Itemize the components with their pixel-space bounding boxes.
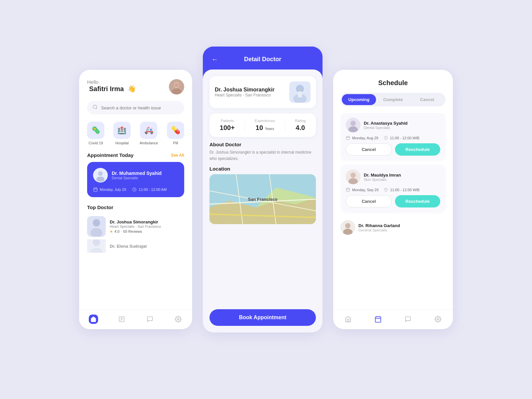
sched-doctor-name: Dr. Anastasya Syahid (364, 121, 408, 126)
detail-header: ← Detail Doctor (203, 47, 323, 69)
doctor-name: Dr. Joshua Simorangkir (110, 219, 161, 224)
appointment-card[interactable]: Dr. Muhammed Syahid Dental Specialis Mon… (87, 162, 184, 197)
svg-point-8 (96, 177, 104, 182)
schedule-tabs: Upcoming Complete Cancel (340, 93, 446, 106)
extra-doctor-name: Dr. Rihanna Garland (358, 223, 400, 228)
search-bar[interactable] (87, 101, 184, 114)
svg-point-39 (350, 121, 356, 126)
cancel-button[interactable]: Cancel (346, 195, 392, 207)
book-appointment-wrap: Book Appointment (203, 304, 323, 332)
doctor-photo (289, 81, 311, 103)
about-title: About Doctor (209, 142, 316, 147)
svg-point-61 (437, 319, 439, 320)
doctor-profile-spec: Heart Specialis - San Fransisco (215, 93, 275, 97)
sched-time: 11:00 - 12:00 WIB (384, 136, 420, 140)
nav-list-icon[interactable] (117, 315, 126, 324)
detail-body: Dr. Joshua Simorangkir Heart Specialis -… (203, 69, 323, 332)
category-hospital[interactable]: 🏥 Hospital (113, 122, 131, 145)
cancel-button[interactable]: Cancel (346, 143, 392, 156)
nav-calendar-icon[interactable] (373, 315, 383, 324)
nav-chat-icon[interactable] (145, 315, 155, 324)
rating-label: Rating (295, 119, 306, 123)
search-input[interactable] (101, 105, 179, 110)
doctor-profile-card: Dr. Joshua Simorangkir Heart Specialis -… (209, 76, 316, 108)
sched-time-row: Monday, Aug 29 11:00 - 12:00 WIB (346, 136, 440, 140)
reschedule-button[interactable]: Reschedule (395, 143, 440, 156)
bottom-nav (333, 310, 453, 329)
schedule-item: Dr. Mauldya Imran Skin Specialis Monday,… (340, 165, 446, 212)
svg-rect-49 (346, 188, 350, 192)
tab-upcoming[interactable]: Upcoming (342, 94, 376, 105)
nav-settings-icon[interactable] (433, 315, 443, 324)
schedule-screen: Schedule Upcoming Complete Cancel (333, 70, 453, 329)
experience-stat: Experiences 10 Years (255, 119, 275, 132)
sched-doctor-spec: Dental Specialis (364, 126, 408, 130)
svg-point-3 (174, 83, 179, 87)
hello-text: Hello (87, 79, 136, 85)
appt-doctor-spec: Dental Specialis (112, 176, 162, 180)
doctor-name: Dr. Elena Sudrajat (110, 244, 147, 249)
patients-value: 100+ (220, 124, 235, 132)
appointment-header: Appointment Today See All (87, 152, 184, 158)
list-item[interactable]: Dr. Elena Sudrajat (87, 239, 184, 253)
detail-doctor-screen: ← Detail Doctor Dr. Joshua Simorangkir H… (203, 47, 323, 332)
map-placeholder: San Francisco (209, 174, 316, 224)
sched-doc-row: Dr. Mauldya Imran Skin Specialis (346, 170, 440, 184)
reschedule-button[interactable]: Reschedule (395, 195, 440, 207)
category-ambulance[interactable]: 🚑 Ambulance (140, 122, 158, 145)
search-icon (92, 104, 98, 111)
svg-rect-9 (94, 188, 97, 192)
location-title: Location (209, 166, 316, 172)
stat-divider (285, 119, 285, 132)
svg-point-4 (93, 105, 97, 109)
svg-point-15 (93, 219, 100, 226)
category-pill[interactable]: 💊 Pill (167, 122, 184, 145)
list-item[interactable]: Dr. Joshua Simorangkir Heart Specialis -… (87, 213, 184, 239)
sched-date: Monday, Aug 29 (346, 136, 378, 140)
ambulance-icon: 🚑 (140, 122, 157, 139)
appt-date: Monday, July 29 (93, 187, 126, 192)
stat-divider (245, 119, 245, 132)
sched-time: 11:00 - 12:00 WIB (384, 188, 420, 192)
doctor-thumbnail (87, 216, 106, 237)
back-button[interactable]: ← (209, 54, 220, 65)
doctor-profile-name: Dr. Joshua Simorangkir (215, 87, 275, 93)
doctor-spec: Heart Specialis - San Fransisco (110, 224, 161, 228)
svg-point-55 (345, 223, 350, 228)
experience-label: Experiences (255, 119, 275, 123)
schedule-item-partial: Dr. Rihanna Garland General Specialis (340, 217, 446, 237)
appt-doctor-name: Dr. Muhammed Syahid (112, 171, 162, 176)
nav-home-icon[interactable] (343, 315, 353, 324)
nav-home-icon[interactable] (89, 315, 98, 324)
covid-label: Covid 19 (88, 141, 103, 145)
sched-doc-row: Dr. Anastasya Syahid Dental Specialis (346, 118, 440, 132)
svg-rect-41 (346, 136, 350, 140)
rating-stat: Rating 4.0 (295, 119, 306, 132)
patients-stat: Patients 100+ (220, 119, 235, 132)
pill-label: Pill (173, 141, 178, 145)
user-name: Safitri Irma 👋 (87, 85, 136, 93)
sched-date: Monday, Sep 29 (346, 188, 378, 192)
covid-icon: 🦠 (87, 122, 104, 139)
tab-cancel[interactable]: Cancel (410, 94, 444, 105)
rating-value: 4.0 (295, 124, 306, 132)
category-covid[interactable]: 🦠 Covid 19 (87, 122, 104, 145)
sched-doctor-name: Dr. Mauldya Imran (364, 173, 401, 178)
tab-complete[interactable]: Complete (376, 94, 410, 105)
sched-time-row: Monday, Sep 29 11:00 - 12:00 WIB (346, 188, 440, 192)
svg-point-7 (98, 171, 103, 176)
svg-line-5 (96, 108, 97, 109)
experience-value: 10 Years (255, 124, 275, 132)
schedule-list: Dr. Anastasya Syahid Dental Specialis Mo… (340, 113, 446, 310)
book-appointment-button[interactable]: Book Appointment (209, 309, 316, 326)
see-all-link[interactable]: See All (171, 153, 184, 158)
sched-avatar (346, 170, 360, 184)
top-doctor-section: Top Doctor Dr. Joshua Simorangkir Heart … (87, 204, 184, 253)
appointment-doctor-avatar (93, 168, 108, 183)
nav-chat-icon[interactable] (403, 315, 413, 324)
sched-avatar (346, 118, 360, 132)
sched-avatar (340, 220, 355, 235)
nav-settings-icon[interactable] (174, 315, 183, 324)
svg-point-47 (350, 173, 356, 178)
appointment-today-title: Appointment Today (87, 152, 134, 158)
